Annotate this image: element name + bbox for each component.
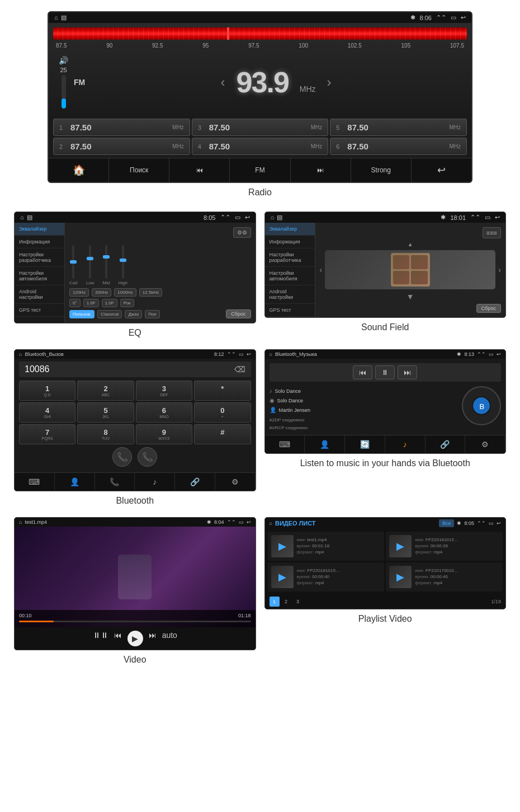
home-button[interactable]: 🏠 bbox=[49, 158, 109, 182]
eq-menu-android[interactable]: Android настройки bbox=[15, 285, 64, 304]
eq-style-pop[interactable]: Поп bbox=[145, 310, 160, 318]
eq-menu-gps[interactable]: GPS тест bbox=[15, 304, 64, 317]
volume-icon: 🔊 bbox=[59, 56, 68, 65]
playlist-item-1[interactable]: ▶ имя: test1.mp4 время: 00:01:18 формат:… bbox=[268, 532, 385, 561]
btm-keypad-btn[interactable]: ⌨ bbox=[265, 435, 305, 453]
end-call-button[interactable]: 📞 bbox=[138, 447, 157, 467]
bt-settings-btn[interactable]: ⚙ bbox=[215, 473, 256, 491]
sf-menu-dev[interactable]: Настройки разработчика bbox=[265, 248, 315, 267]
eq-freq-1000[interactable]: 1000Hz bbox=[114, 288, 136, 297]
bt-key-0[interactable]: 0+ bbox=[194, 402, 250, 423]
playlist-header: ⌂ ВИДЕО ЛИСТ Все ✱ 8:05 ⌃⌃ ▭ ↩ bbox=[265, 518, 506, 529]
btm-contacts-btn[interactable]: 👤 bbox=[305, 435, 345, 453]
eq-slider-track[interactable] bbox=[105, 245, 107, 279]
search-button[interactable]: Поиск bbox=[109, 158, 169, 182]
bt-key-9[interactable]: 9WXYZ bbox=[136, 424, 192, 444]
playlist-item-4[interactable]: ▶ имя: FPZ20170010... время: 00:00:40 фо… bbox=[386, 562, 503, 592]
btm-link-btn[interactable]: 🔗 bbox=[426, 435, 466, 453]
eq-slider-track[interactable] bbox=[122, 245, 124, 279]
eq-reset-button[interactable]: Сброс bbox=[226, 309, 250, 318]
sf-reset-button[interactable]: Сброс bbox=[476, 304, 501, 313]
video-progress-bar[interactable] bbox=[19, 621, 251, 622]
eq-menu-dev-settings[interactable]: Настройки разработчика bbox=[15, 248, 64, 267]
bt-prev-btn[interactable]: ⏮ bbox=[353, 365, 372, 379]
video-settings-btn[interactable]: ⏸⏸ bbox=[93, 631, 108, 646]
btm-music-btn[interactable]: ♪ bbox=[385, 435, 426, 453]
prev-button[interactable]: ⏮ bbox=[169, 158, 230, 182]
eq-style-custom[interactable]: Пользов. bbox=[69, 310, 94, 318]
preset-3[interactable]: 3 87.50 MHz bbox=[192, 119, 329, 136]
call-button[interactable]: 📞 bbox=[112, 447, 132, 467]
bt-key-3[interactable]: 3DEF bbox=[136, 381, 192, 401]
bt-number: 10086 bbox=[25, 364, 50, 374]
bt-key-6[interactable]: 6MNO bbox=[136, 402, 192, 423]
bt-key-2[interactable]: 2ABC bbox=[77, 381, 134, 401]
back-button[interactable]: ↩ bbox=[412, 158, 471, 182]
eq-style-classical[interactable]: Classical bbox=[97, 310, 122, 318]
sf-menu-car[interactable]: Настройки автомобиля bbox=[265, 267, 315, 285]
eq-freq-120[interactable]: 120Hz bbox=[69, 288, 89, 297]
eq-slider-track[interactable] bbox=[72, 245, 74, 279]
bt-music-btn-bar[interactable]: ♪ bbox=[135, 473, 175, 491]
video-next-btn[interactable]: ⏭ bbox=[149, 631, 157, 646]
bt-key-5[interactable]: 5JKL bbox=[77, 402, 134, 423]
video-prev-btn[interactable]: ⏮ bbox=[114, 631, 122, 646]
fm-button[interactable]: FM bbox=[230, 158, 290, 182]
freq-next-arrow[interactable]: › bbox=[327, 74, 332, 90]
next-button[interactable]: ⏭ bbox=[291, 158, 351, 182]
back-icon: ↩ bbox=[497, 520, 501, 526]
playlist-info-4: имя: FPZ20170010... время: 00:00:40 форм… bbox=[415, 568, 499, 586]
sf-eq-icon[interactable]: ≡≡≡ bbox=[483, 227, 501, 238]
sf-left-arrow[interactable]: ‹ bbox=[320, 265, 323, 274]
page-3[interactable]: 3 bbox=[293, 597, 303, 607]
btm-settings-btn[interactable]: ⚙ bbox=[465, 435, 505, 453]
bt-key-7[interactable]: 7PQRS bbox=[19, 424, 75, 444]
sf-seat-fl bbox=[393, 255, 410, 269]
bt-link-btn[interactable]: 🔗 bbox=[175, 473, 215, 491]
preset-1[interactable]: 1 87.50 MHz bbox=[53, 119, 190, 136]
bt-keypad-btn[interactable]: ⌨ bbox=[15, 473, 55, 491]
sf-menu-android[interactable]: Android настройки bbox=[265, 285, 315, 304]
freq-prev-arrow[interactable]: ‹ bbox=[221, 74, 225, 90]
eq-slider-track[interactable] bbox=[89, 245, 91, 279]
bt-next-btn[interactable]: ⏭ bbox=[398, 365, 417, 379]
video-label: Video bbox=[14, 655, 256, 665]
bt-key-star[interactable]: * bbox=[194, 381, 250, 401]
page-1[interactable]: 1 bbox=[270, 597, 280, 607]
bt-call-btn[interactable]: 📞 bbox=[95, 473, 135, 491]
btm-refresh-btn[interactable]: 🔄 bbox=[345, 435, 385, 453]
playlist-item-2[interactable]: ▶ имя: FPZ20181015... время: 00:00:39 фо… bbox=[386, 532, 503, 561]
window-icon: ▭ bbox=[451, 14, 456, 21]
eq-freq-12k[interactable]: 12.5kHz bbox=[139, 288, 162, 297]
strong-button[interactable]: Strong bbox=[351, 158, 412, 182]
bluetooth-icon: ✱ bbox=[457, 520, 461, 526]
eq-menu-info[interactable]: Информация bbox=[15, 236, 64, 248]
sf-menu-gps[interactable]: GPS тест bbox=[265, 304, 315, 317]
eq-settings-icon[interactable]: ⚙⚙ bbox=[233, 227, 251, 238]
bt-pause-btn[interactable]: ⏸ bbox=[375, 365, 395, 379]
bt-backspace-icon[interactable]: ⌫ bbox=[234, 365, 245, 374]
freq-label: 107.5 bbox=[450, 43, 464, 49]
video-play-btn[interactable]: ▶ bbox=[127, 631, 143, 646]
preset-6[interactable]: 6 87.50 MHz bbox=[330, 138, 467, 155]
page-2[interactable]: 2 bbox=[281, 597, 291, 607]
preset-4[interactable]: 4 87.50 MHz bbox=[192, 138, 329, 155]
eq-style-jazz[interactable]: Джаз bbox=[125, 310, 142, 318]
bt-key-hash[interactable]: # bbox=[194, 424, 250, 444]
sf-menu-info[interactable]: Информация bbox=[265, 236, 315, 248]
playlist-item-3[interactable]: ▶ имя: FPZ20181015... время: 00:00:40 фо… bbox=[268, 562, 385, 592]
preset-mhz: MHz bbox=[449, 124, 461, 130]
sf-right-arrow[interactable]: › bbox=[498, 265, 501, 274]
bt-key-1[interactable]: 1Q.D bbox=[19, 381, 75, 401]
video-auto-btn[interactable]: auto bbox=[162, 631, 177, 646]
playlist-tab-all[interactable]: Все bbox=[439, 519, 455, 527]
bt-key-4[interactable]: 4GHI bbox=[19, 402, 75, 423]
bt-contacts-btn[interactable]: 👤 bbox=[55, 473, 95, 491]
sf-menu-equalizer[interactable]: Эквалайзер bbox=[265, 223, 315, 236]
eq-freq-200[interactable]: 200Hz bbox=[92, 288, 111, 297]
preset-5[interactable]: 5 87.50 MHz bbox=[330, 119, 467, 136]
preset-2[interactable]: 2 87.50 MHz bbox=[53, 138, 190, 155]
eq-menu-equalizer[interactable]: Эквалайзер bbox=[15, 223, 64, 236]
bt-key-8[interactable]: 8TUV bbox=[77, 424, 134, 444]
eq-menu-car-settings[interactable]: Настройки автомобиля bbox=[15, 267, 64, 285]
